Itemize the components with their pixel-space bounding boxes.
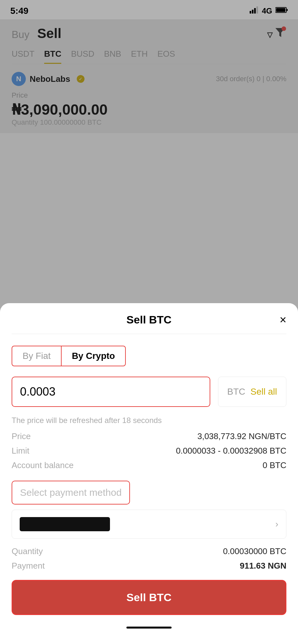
modal-body: By Fiat By Crypto BTC Sell all The price… — [12, 334, 286, 631]
summary-section: Quantity 0.00030000 BTC Payment 911.63 N… — [12, 546, 286, 571]
limit-value: 0.0000033 - 0.00032908 BTC — [176, 446, 286, 456]
amount-currency: BTC — [227, 387, 245, 397]
payment-method-row[interactable]: › — [12, 510, 286, 539]
summary-row-quantity: Quantity 0.00030000 BTC — [12, 546, 286, 556]
modal-title: Sell BTC — [126, 313, 172, 326]
amount-input-row: BTC Sell all — [12, 377, 286, 407]
sell-btc-button[interactable]: Sell BTC — [12, 580, 286, 615]
price-label: Price — [12, 431, 31, 441]
amount-input-container — [12, 377, 210, 407]
by-fiat-tab[interactable]: By Fiat — [12, 346, 61, 366]
by-crypto-tab[interactable]: By Crypto — [62, 346, 125, 366]
limit-label: Limit — [12, 446, 29, 456]
payment-method-bar — [20, 517, 110, 531]
home-indicator — [12, 621, 286, 631]
payment-type-tabs: By Fiat By Crypto — [12, 346, 126, 366]
info-row-price: Price 3,038,773.92 NGN/BTC — [12, 431, 286, 441]
info-row-limit: Limit 0.0000033 - 0.00032908 BTC — [12, 446, 286, 456]
price-value: 3,038,773.92 NGN/BTC — [197, 431, 286, 441]
sell-all-button[interactable]: Sell all — [251, 387, 277, 397]
amount-right-panel: BTC Sell all — [218, 377, 286, 407]
balance-label: Account balance — [12, 460, 74, 470]
amount-input[interactable] — [20, 385, 202, 399]
modal-header: Sell BTC × — [12, 303, 286, 334]
refresh-notice: The price will be refreshed after 18 sec… — [12, 416, 286, 425]
home-bar — [126, 627, 172, 629]
info-row-balance: Account balance 0 BTC — [12, 460, 286, 470]
chevron-right-icon: › — [275, 519, 278, 529]
payment-method-label[interactable]: Select payment method — [12, 481, 130, 505]
payment-value: 911.63 NGN — [240, 561, 286, 571]
quantity-label: Quantity — [12, 546, 43, 556]
sell-btc-modal: Sell BTC × By Fiat By Crypto BTC Sell al… — [0, 303, 298, 644]
balance-value: 0 BTC — [263, 460, 286, 470]
quantity-value: 0.00030000 BTC — [223, 546, 286, 556]
close-button[interactable]: × — [280, 314, 286, 326]
payment-method-section: Select payment method › — [12, 481, 286, 539]
payment-label: Payment — [12, 561, 45, 571]
summary-row-payment: Payment 911.63 NGN — [12, 561, 286, 571]
